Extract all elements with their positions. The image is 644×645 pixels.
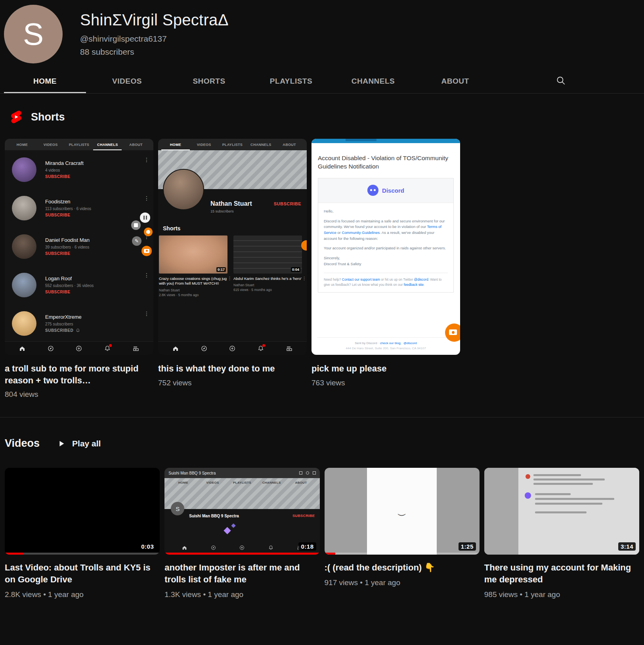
mini-video: 0:04 Abdul Karim Sanchez thinks he's a '… (233, 235, 306, 297)
video-title[interactable]: :( (read the description) 👇 (325, 562, 480, 574)
support-link[interactable]: Contact our support team (342, 278, 380, 281)
mini-subscribe-button: SUBSCRIBE (45, 290, 94, 294)
short-title[interactable]: this is what they done to me (158, 363, 307, 375)
video-thumbnail[interactable]: 3:14 (484, 468, 639, 555)
mini-video-thumbnail: 0:17 (159, 235, 227, 274)
mini-channel-meta: 113 subscribers · 6 videos (45, 207, 91, 211)
discord-brand: Discord (318, 178, 453, 203)
more-vertical-icon: ⋮ (302, 276, 306, 281)
video-card: 3:14 There using my account for Making m… (484, 468, 639, 599)
mini-subscribe-button: SUBSCRIBE (45, 251, 90, 256)
mini-shorts-heading: Shorts (163, 225, 307, 232)
mini-app-bar-icons (299, 471, 316, 475)
short-card: HOME VIDEOS PLAYLISTS CHANNELS ABOUT Nat… (158, 139, 307, 399)
search-icon[interactable] (552, 75, 570, 87)
tab-about[interactable]: ABOUT (414, 69, 496, 93)
library-icon (133, 345, 139, 352)
tab-playlists[interactable]: PLAYLISTS (250, 69, 332, 93)
subscriptions-icon (258, 345, 264, 352)
short-views: 804 views (5, 390, 153, 399)
mini-channel-name: Miranda Cracraft (45, 160, 84, 166)
mini-channel-banner: HOME VIDEOS PLAYLISTS CHANNELS ABOUT (164, 478, 319, 509)
notification-dot (262, 344, 265, 347)
mini-channel-avatar (12, 273, 36, 297)
library-icon (286, 345, 292, 352)
mini-channel-name: Daniel Foodist Man (45, 237, 90, 243)
mini-tab: VIDEOS (190, 143, 218, 150)
mini-video-thumbnail: 0:04 (233, 235, 302, 274)
feedback-link[interactable]: feedback site (404, 283, 424, 287)
short-title[interactable]: pick me up please (311, 363, 460, 375)
duration-badge: 0:18 (298, 542, 316, 551)
twitter-link[interactable]: @discord (403, 341, 417, 345)
mini-subscribe-button: SUBSCRIBE (274, 201, 301, 206)
mini-tab: CHANNELS (247, 143, 275, 150)
create-icon (76, 345, 82, 352)
mini-subscribe-button: SUBSCRIBE (292, 514, 315, 518)
mini-channel-row: EmperorXtreme275 subscribersSUBSCRIBED ⋮ (5, 304, 153, 343)
mini-tab-bar: HOME VIDEOS PLAYLISTS CHANNELS ABOUT (5, 139, 153, 150)
email-help-text: Need help? Contact our support team or h… (318, 273, 453, 292)
short-card: Account Disabled - Violation of TOS/Comm… (311, 139, 460, 399)
mini-app-bar-title: Suishi Man BBQ 9 Spectra (168, 471, 216, 475)
video-card: Suishi Man BBQ 9 Spectra HOME VIDEOS PLA… (164, 468, 319, 599)
mini-video-channel: Nathan Stuart (159, 288, 227, 292)
mini-channel-name: Suishi Man BBQ 9 Spectra (189, 514, 239, 518)
home-icon (172, 345, 179, 352)
short-thumbnail[interactable]: HOME VIDEOS PLAYLISTS CHANNELS ABOUT Nat… (158, 139, 307, 355)
mini-channel-meta: 39 subscribers · 6 videos (45, 245, 90, 249)
video-thumbnail[interactable]: 0:03 (5, 468, 160, 555)
channel-handle: @shinvirgilspectra6137 (80, 34, 229, 44)
mini-tab: PLAYLISTS (65, 143, 94, 150)
videos-grid: 0:03 Last Video: about Trolls and KY5 is… (0, 468, 644, 599)
mini-video-channel: Nathan Stuart (233, 283, 302, 287)
watch-progress-bar (5, 553, 160, 555)
video-thumbnail[interactable]: ) 1:25 (325, 468, 480, 555)
mini-channel-avatar (12, 311, 36, 336)
mini-tab-active: HOME (161, 143, 190, 150)
short-thumbnail[interactable]: HOME VIDEOS PLAYLISTS CHANNELS ABOUT Mir… (5, 139, 153, 355)
more-vertical-icon: ⋮ (144, 195, 149, 201)
video-title[interactable]: Last Video: about Trolls and KY5 is on G… (5, 562, 160, 585)
short-thumbnail[interactable]: Account Disabled - Violation of TOS/Comm… (311, 139, 460, 355)
shorts-grid: HOME VIDEOS PLAYLISTS CHANNELS ABOUT Mir… (0, 139, 644, 399)
channel-avatar[interactable]: S (4, 5, 63, 63)
shorts-heading: Shorts (31, 111, 65, 123)
avatar-letter: S (23, 16, 44, 52)
more-vertical-icon: ⋮ (144, 272, 149, 278)
pause-icon (140, 212, 150, 223)
duration-badge: 0:03 (139, 542, 156, 551)
short-views: 763 views (311, 379, 460, 387)
email-subject: Account Disabled - Violation of TOS/Comm… (318, 154, 454, 171)
video-meta: 1.3K views • 1 year ago (164, 590, 319, 599)
community-guidelines-link[interactable]: Community Guidelines (342, 230, 380, 235)
mini-video: 0:17 Crazy caboose creations sings (chug… (159, 235, 231, 297)
mini-video-meta: 615 views · 5 months ago (233, 288, 302, 292)
video-thumbnail[interactable]: Suishi Man BBQ 9 Spectra HOME VIDEOS PLA… (164, 468, 319, 555)
video-title[interactable]: another Imposter is after me and trolls … (164, 562, 319, 585)
short-title[interactable]: a troll sub to me for more stupid reason… (5, 363, 153, 386)
tab-videos[interactable]: VIDEOS (86, 69, 168, 93)
mini-tab: ABOUT (122, 143, 150, 150)
chat-panel (518, 468, 639, 555)
email-paragraph: Your account organized and/or participat… (324, 245, 448, 251)
email-paragraph: Discord is focused on maintaining a safe… (324, 218, 448, 242)
mini-channel-row: Miranda Cracraft4 videosSUBSCRIBE ⋮ (5, 150, 153, 189)
play-all-button[interactable]: Play all (57, 439, 101, 448)
tab-shorts[interactable]: SHORTS (168, 69, 250, 93)
discord-wordmark: Discord (382, 187, 404, 194)
twitter-link[interactable]: @discord (414, 278, 428, 281)
chat-avatar (526, 474, 530, 479)
home-icon (182, 545, 187, 550)
mini-video-list: 0:17 Crazy caboose creations sings (chug… (158, 235, 307, 297)
mini-channel-meta: 552 subscribers · 36 videos (45, 283, 94, 288)
channel-tab-bar: HOME VIDEOS SHORTS PLAYLISTS CHANNELS AB… (0, 69, 644, 94)
shorts-logo-icon (9, 109, 24, 124)
blog-link[interactable]: check our blog (380, 341, 401, 345)
tab-channels[interactable]: CHANNELS (332, 69, 414, 93)
mini-bottom-nav (164, 542, 319, 553)
video-card: 0:03 Last Video: about Trolls and KY5 is… (5, 468, 160, 599)
video-meta: 2.8K views • 1 year ago (5, 590, 160, 599)
video-title[interactable]: There using my account for Making me dep… (484, 562, 639, 585)
tab-home[interactable]: HOME (4, 69, 86, 93)
